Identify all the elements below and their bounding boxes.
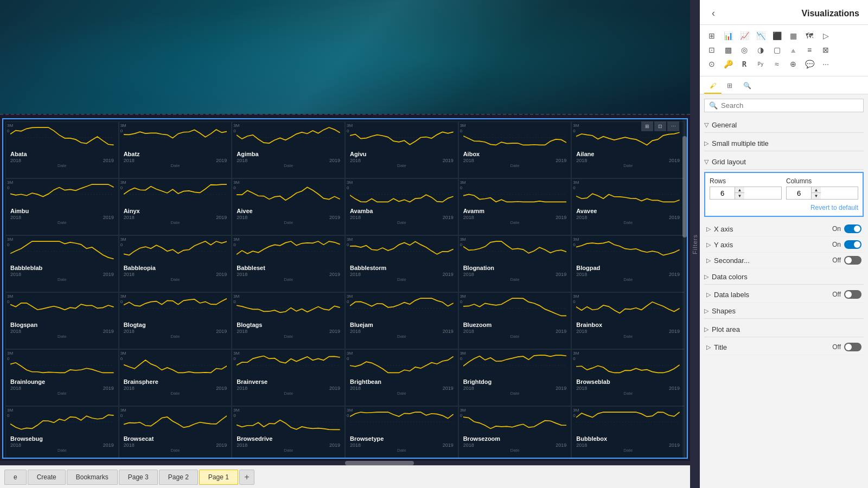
chart-cell-title: Browsedrive — [237, 435, 340, 442]
viz-icon-area[interactable]: 📉 — [753, 29, 768, 42]
data-labels-label: Data labels — [714, 291, 832, 299]
viz-icon-py[interactable]: Py — [753, 57, 768, 70]
viz-icon-multi-row[interactable]: ⊙ — [704, 57, 719, 70]
chart-cell-date-label: Date — [576, 163, 680, 168]
viz-icon-scatter[interactable]: ⬛ — [769, 29, 784, 42]
panel-back-button[interactable]: ‹ — [709, 7, 718, 20]
chart-cell-dates: 20182019 — [463, 442, 567, 448]
chart-cell-dates: 20182019 — [124, 272, 227, 277]
title-toggle[interactable] — [844, 343, 861, 351]
chart-cell-date-label: Date — [10, 391, 114, 396]
secondary-value: Off — [832, 256, 841, 264]
grid-scrollbar[interactable] — [682, 119, 687, 458]
data-labels-toggle[interactable] — [844, 290, 861, 299]
viz-icon-slicer[interactable]: ≡ — [802, 43, 817, 56]
sparkline — [237, 296, 340, 320]
data-colors-header[interactable]: ▷ Data colors — [704, 268, 864, 285]
viz-icon-donut[interactable]: ◎ — [737, 43, 752, 56]
chart-cell-title: Browsebug — [10, 435, 114, 442]
page-tab-e[interactable]: e — [4, 470, 27, 485]
chart-cell: 3M 0Bluezoom20182019Date — [458, 292, 572, 349]
chart-cell-date-label: Date — [10, 448, 114, 453]
sparkline — [124, 239, 227, 264]
page-tab-3[interactable]: Page 3 — [119, 470, 158, 485]
view-btn-2[interactable]: ⊡ — [654, 121, 666, 131]
viz-icon-funnel[interactable]: ▷ — [818, 29, 833, 42]
chart-cell-title: Agimba — [237, 151, 340, 157]
page-tab-bookmarks[interactable]: Bookmarks — [67, 470, 118, 485]
filters-tab[interactable]: Filters — [690, 0, 700, 488]
viz-tab-format[interactable]: 🖌 — [704, 79, 722, 94]
chart-cell: 3M 0Avavee20182019Date — [571, 178, 685, 235]
rows-input[interactable]: 6 — [710, 188, 735, 199]
chart-cell-dates: 20182019 — [10, 215, 114, 220]
view-btn-1[interactable]: ⊞ — [641, 121, 653, 131]
columns-input[interactable]: 6 — [787, 188, 811, 199]
viz-icon-add[interactable]: ⊕ — [786, 57, 801, 70]
viz-icon-bubble[interactable]: 💬 — [802, 57, 817, 70]
chart-cell-date-label: Date — [463, 334, 567, 339]
rows-increment[interactable]: ▲ — [735, 187, 744, 193]
x-axis-toggle[interactable] — [844, 224, 861, 233]
bottom-scrollbar[interactable] — [0, 461, 690, 465]
chart-cell-title: Blogpad — [576, 265, 680, 271]
viz-icon-kpi[interactable]: ⟁ — [786, 43, 801, 56]
plot-area-header[interactable]: ▷ Plot area — [704, 321, 864, 337]
viz-icon-r[interactable]: R — [737, 57, 752, 70]
viz-tab-analytics[interactable]: 🔍 — [738, 79, 757, 94]
sparkline — [10, 182, 114, 207]
sparkline — [576, 410, 680, 434]
add-page-button[interactable]: + — [239, 470, 254, 485]
viz-icon-card[interactable]: ▢ — [769, 43, 784, 56]
chart-cell-dates: 20182019 — [10, 442, 114, 448]
chart-cell-date-label: Date — [576, 391, 680, 396]
chart-cell-dates: 20182019 — [463, 215, 567, 220]
chart-cell-dates: 20182019 — [124, 442, 227, 448]
sparkline — [576, 353, 680, 377]
viz-tab-fields[interactable]: ⊞ — [722, 79, 738, 94]
chart-cell-dates: 20182019 — [124, 215, 227, 220]
viz-icon-matrix[interactable]: ⊡ — [704, 43, 719, 56]
sparkline — [10, 353, 114, 377]
viz-icon-approx[interactable]: ≈ — [769, 57, 784, 70]
viz-icon-treemap[interactable]: ▩ — [720, 43, 736, 56]
sparkline — [124, 296, 227, 320]
viz-icon-table[interactable]: ⊞ — [704, 29, 719, 42]
page-tab-2[interactable]: Page 2 — [159, 470, 198, 485]
columns-decrement[interactable]: ▼ — [811, 193, 821, 199]
viz-icon-gauge[interactable]: ◑ — [753, 43, 768, 56]
chart-cell-title: Abatz — [124, 151, 227, 157]
chart-cell-dates: 20182019 — [350, 272, 454, 277]
rows-decrement[interactable]: ▼ — [735, 193, 744, 199]
viz-icons-row-3: ⊙ 🔑 R Py ≈ ⊕ 💬 ··· — [704, 57, 864, 70]
chart-cell-title: Abata — [10, 151, 114, 157]
viz-icon-map[interactable]: 🗺 — [802, 29, 817, 42]
grid-layout-section-header[interactable]: ▽ Grid layout — [704, 153, 864, 170]
viz-icon-more[interactable]: ··· — [818, 57, 833, 70]
chart-cell: 3M 0Browseblab20182019Date — [571, 349, 685, 406]
page-tab-1[interactable]: Page 1 — [199, 470, 238, 485]
viz-icon-key[interactable]: 🔑 — [720, 57, 736, 70]
filters-label: Filters — [692, 234, 698, 254]
secondary-toggle[interactable] — [844, 256, 861, 265]
search-input[interactable] — [721, 101, 859, 110]
viz-icon-pie[interactable]: ▦ — [786, 29, 801, 42]
viz-icon-image[interactable]: ⊠ — [818, 43, 833, 56]
shapes-header[interactable]: ▷ Shapes — [704, 303, 864, 319]
columns-increment[interactable]: ▲ — [811, 187, 821, 193]
rows-stepper: 6 ▲ ▼ — [710, 187, 782, 200]
secondary-row: ▷ Secondar... Off — [704, 253, 864, 268]
viz-icon-bar[interactable]: 📊 — [720, 29, 736, 42]
chart-cell: 3M 0Bluejam20182019Date — [345, 292, 458, 349]
sparkline — [237, 239, 340, 264]
general-section-header[interactable]: ▽ General — [704, 117, 864, 133]
sparkline — [463, 239, 567, 264]
view-btn-3[interactable]: ⋯ — [667, 121, 679, 131]
chart-cell-title: Agivu — [350, 151, 454, 157]
viz-icon-line[interactable]: 📈 — [737, 29, 752, 42]
page-tab-create[interactable]: Create — [28, 470, 66, 485]
chart-cell-title: Bluejam — [350, 322, 454, 328]
y-axis-toggle[interactable] — [844, 240, 861, 249]
small-multiple-title-header[interactable]: ▷ Small multiple title — [704, 135, 864, 151]
revert-to-default-button[interactable]: Revert to default — [710, 204, 858, 211]
